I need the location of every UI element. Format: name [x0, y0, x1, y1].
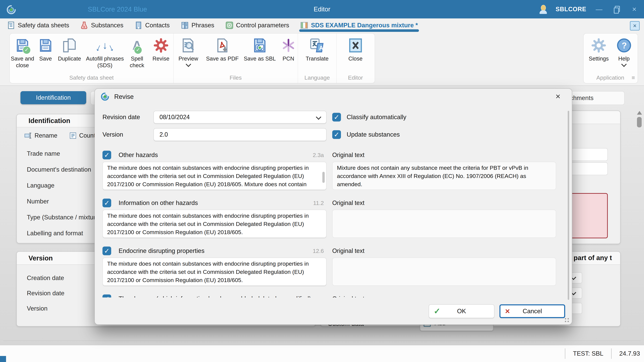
ribbon-group-files: Files: [174, 73, 298, 83]
changes-checkbox[interactable]: ✓: [102, 295, 111, 298]
preview-button[interactable]: Preview: [174, 35, 203, 73]
close-window-button[interactable]: ×: [629, 0, 639, 18]
endocrine-properties-original-text[interactable]: [332, 258, 556, 286]
date-dropdown-chevron[interactable]: [316, 114, 321, 120]
save-and-close-button[interactable]: ✓ Save and close: [10, 35, 35, 73]
save-close-icon: ✓: [15, 35, 30, 55]
duplicate-button[interactable]: Duplicate: [56, 35, 83, 73]
revision-date-input[interactable]: 08/10/2024: [154, 111, 326, 123]
information-other-hazards-checkbox[interactable]: ✓: [102, 199, 111, 207]
status-bar: TEST: SBL 24.7.93: [0, 345, 644, 362]
tab-label: SDS EXAMPLE Dangerous mixture *: [311, 22, 418, 29]
tab-label: Contacts: [145, 22, 170, 29]
save-as-sbl-button[interactable]: Save as SBL: [242, 35, 278, 73]
dialog-logo-icon: [100, 91, 110, 101]
save-button[interactable]: Save: [36, 35, 55, 73]
cancel-button[interactable]: × Cancel: [500, 304, 565, 318]
pcn-button[interactable]: PCN: [279, 35, 298, 73]
environment-label: TEST: SBL: [565, 349, 611, 359]
revise-gear-icon: [153, 35, 169, 55]
dialog-title: Revise: [114, 89, 134, 105]
information-other-hazards-textarea[interactable]: The mixture does not contain substances …: [102, 210, 326, 238]
target-icon: [226, 21, 234, 29]
original-text-label: Original text: [332, 295, 364, 298]
tab-control-parameters[interactable]: Control parameters: [226, 18, 289, 32]
ribbon-group-editor: Editor: [336, 73, 374, 83]
app-title: SBLCore 2024 Blue: [80, 0, 154, 18]
scrollbar-thumb[interactable]: [637, 117, 642, 127]
vertical-scrollbar[interactable]: [637, 111, 642, 295]
endocrine-properties-label: Endocrine disrupting properties: [118, 247, 204, 254]
dialog-scrollbar[interactable]: [568, 111, 569, 300]
sbl-file-icon: [252, 35, 268, 55]
spell-check-icon: A ✓: [132, 35, 142, 55]
document-list-icon: [7, 21, 15, 29]
other-hazards-label: Other hazards: [118, 151, 158, 159]
tab-label: Control parameters: [236, 22, 289, 29]
tab-phrases[interactable]: Phrases: [181, 18, 214, 32]
textarea-scrollbar-thumb[interactable]: [322, 172, 325, 183]
app-version-label: 24.7.93: [611, 349, 644, 359]
user-account-label[interactable]: SBLCORE: [556, 6, 586, 13]
classify-automatically-label: Classify automatically: [347, 114, 406, 121]
identification-section-tab[interactable]: Identification: [20, 91, 86, 104]
group-menu-icon[interactable]: ≡: [632, 73, 635, 82]
save-icon: [38, 35, 53, 55]
changes-label: The changes (which information has been …: [118, 295, 311, 298]
endocrine-properties-textarea[interactable]: The mixture does not contain substances …: [102, 258, 326, 286]
help-button[interactable]: ? Help: [613, 35, 635, 73]
version-input[interactable]: 2.0: [154, 128, 326, 141]
information-other-hazards-original-text[interactable]: [332, 210, 556, 238]
spell-check-button[interactable]: A ✓ Spell check: [127, 35, 147, 73]
update-substances-checkbox[interactable]: ✓: [332, 130, 341, 139]
tab-label: Safety data sheets: [18, 22, 69, 29]
ok-button[interactable]: ✓ OK: [429, 304, 494, 318]
section-number: 11.2: [313, 200, 324, 206]
tab-label: Phrases: [192, 22, 214, 29]
revise-button[interactable]: Revise: [148, 35, 173, 73]
section-number: 2.3a: [313, 152, 324, 158]
app-logo-icon: [5, 3, 17, 15]
tab-sds-example-dangerous-mixture[interactable]: SDS EXAMPLE Dangerous mixture *: [300, 18, 418, 32]
flask-icon: [80, 21, 88, 29]
ok-check-icon: ✓: [434, 307, 440, 315]
rename-icon: [24, 132, 32, 139]
version-label: Version: [102, 131, 154, 138]
ribbon-group-safety-data-sheet: Safety data sheet: [10, 73, 173, 83]
dialog-close-icon[interactable]: ×: [552, 90, 564, 103]
endocrine-properties-checkbox[interactable]: ✓: [102, 247, 111, 255]
scroll-up-arrow[interactable]: [637, 111, 642, 115]
dialog-header[interactable]: Revise ×: [95, 89, 572, 105]
tab-contacts[interactable]: Contacts: [134, 18, 170, 32]
tab-label: Substances: [91, 22, 123, 29]
settings-gear-icon: [591, 35, 606, 55]
other-hazards-checkbox[interactable]: ✓: [102, 151, 111, 159]
application-window: SBLCore 2024 Blue Editor SBLCORE — × Saf…: [0, 0, 644, 362]
autofill-phrases-button[interactable]: ↓↓↓ Autofill phrases (SDS): [84, 35, 126, 73]
tab-safety-data-sheets[interactable]: Safety data sheets: [7, 18, 69, 32]
other-hazards-original-text[interactable]: Mixture does not contain any substance m…: [332, 162, 556, 190]
close-document-tab-button[interactable]: ×: [630, 21, 640, 30]
content-divider: [3, 341, 641, 341]
dialog-resize-grip[interactable]: [565, 318, 569, 323]
close-editor-button[interactable]: Close: [341, 35, 370, 73]
preview-dropdown-chevron: [186, 61, 191, 67]
original-text-label: Original text: [332, 247, 364, 254]
original-text-label: Original text: [332, 151, 364, 159]
translate-button[interactable]: A Translate: [301, 35, 333, 73]
save-as-pdf-button[interactable]: Save as PDF: [204, 35, 240, 73]
other-hazards-textarea[interactable]: The mixture does not contain substances …: [102, 162, 326, 190]
preview-icon: [180, 35, 196, 55]
minimize-button[interactable]: —: [594, 0, 604, 18]
information-other-hazards-label: Information on other hazards: [118, 199, 198, 206]
ribbon-group-language: Language: [298, 73, 336, 83]
title-bar: SBLCore 2024 Blue Editor SBLCORE — ×: [0, 0, 644, 18]
tab-substances[interactable]: Substances: [80, 18, 123, 32]
window-title: Editor: [314, 0, 330, 18]
restore-button[interactable]: [614, 6, 620, 12]
classify-automatically-checkbox[interactable]: ✓: [332, 113, 341, 121]
rename-button[interactable]: Rename: [24, 132, 57, 139]
building-icon: [134, 21, 142, 29]
settings-button[interactable]: Settings: [586, 35, 612, 73]
original-text-label: Original text: [332, 199, 364, 206]
